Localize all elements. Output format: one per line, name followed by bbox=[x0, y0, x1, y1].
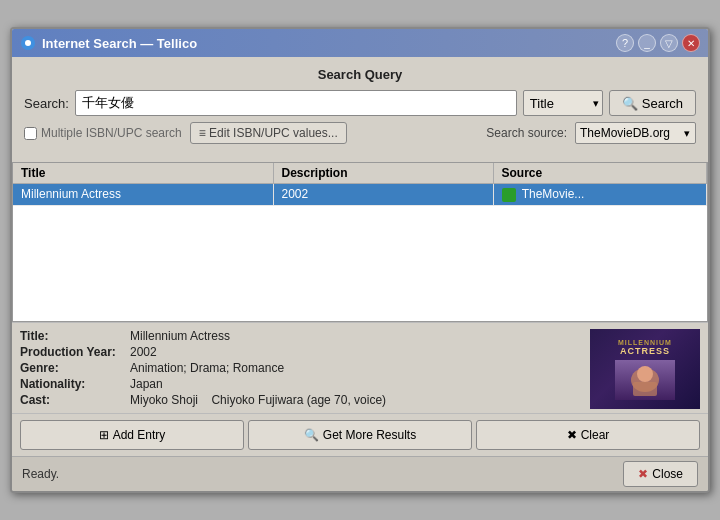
close-icon: ✖ bbox=[638, 467, 648, 481]
field-type-dropdown-wrap: Title Keyword Person ISBN bbox=[523, 90, 603, 116]
get-more-icon: 🔍 bbox=[304, 428, 319, 442]
details-nationality-row: Nationality: Japan bbox=[20, 377, 580, 391]
details-year-row: Production Year: 2002 bbox=[20, 345, 580, 359]
source-label: Search source: bbox=[486, 126, 567, 140]
content-area: Search Query Search: Title Keyword Perso… bbox=[12, 57, 708, 162]
search-row: Search: Title Keyword Person ISBN 🔍 Sear… bbox=[24, 90, 696, 116]
genre-key: Genre: bbox=[20, 361, 130, 375]
results-header: Title Description Source bbox=[13, 163, 707, 184]
svg-point-3 bbox=[637, 366, 653, 382]
col-header-source: Source bbox=[493, 163, 707, 184]
status-bar: Ready. ✖ Close bbox=[12, 456, 708, 491]
movie-poster: MILLENNIUM ACTRESS bbox=[590, 329, 700, 409]
svg-rect-4 bbox=[633, 382, 657, 396]
results-table: Title Description Source Millennium Actr… bbox=[13, 163, 707, 206]
close-window-button[interactable]: ✕ bbox=[682, 34, 700, 52]
title-bar: Internet Search — Tellico ? _ ▽ ✕ bbox=[12, 29, 708, 57]
genre-value: Animation; Drama; Romance bbox=[130, 361, 284, 375]
close-button[interactable]: ✖ Close bbox=[623, 461, 698, 487]
title-value: Millennium Actress bbox=[130, 329, 230, 343]
multiple-isbn-checkbox[interactable] bbox=[24, 127, 37, 140]
edit-isbn-icon: ≡ bbox=[199, 126, 206, 140]
source-dropdown-wrap: TheMovieDB.org IMDb Amazon bbox=[575, 122, 696, 144]
source-icon bbox=[502, 188, 516, 202]
panel-title: Search Query bbox=[24, 67, 696, 82]
clear-icon: ✖ bbox=[567, 428, 577, 442]
details-genre-row: Genre: Animation; Drama; Romance bbox=[20, 361, 580, 375]
cast-value: Miyoko Shoji Chiyoko Fujiwara (age 70, v… bbox=[130, 393, 386, 407]
search-icon: 🔍 bbox=[622, 96, 638, 111]
title-bar-controls: ? _ ▽ ✕ bbox=[616, 34, 700, 52]
cast-key: Cast: bbox=[20, 393, 130, 407]
multiple-isbn-label: Multiple ISBN/UPC search bbox=[41, 126, 182, 140]
result-source: TheMovie... bbox=[493, 184, 707, 206]
table-row[interactable]: Millennium Actress 2002 TheMovie... bbox=[13, 184, 707, 206]
search-label: Search: bbox=[24, 96, 69, 111]
svg-point-1 bbox=[25, 40, 31, 46]
maximize-button[interactable]: ▽ bbox=[660, 34, 678, 52]
details-area: Title: Millennium Actress Production Yea… bbox=[12, 322, 708, 413]
options-row: Multiple ISBN/UPC search ≡ Edit ISBN/UPC… bbox=[24, 122, 696, 144]
field-type-dropdown[interactable]: Title Keyword Person ISBN bbox=[523, 90, 603, 116]
add-entry-icon: ⊞ bbox=[99, 428, 109, 442]
details-text: Title: Millennium Actress Production Yea… bbox=[20, 329, 580, 409]
col-header-title: Title bbox=[13, 163, 273, 184]
col-header-description: Description bbox=[273, 163, 493, 184]
results-body: Millennium Actress 2002 TheMovie... bbox=[13, 184, 707, 206]
nationality-key: Nationality: bbox=[20, 377, 130, 391]
clear-button[interactable]: ✖ Clear bbox=[476, 420, 700, 450]
main-window: Internet Search — Tellico ? _ ▽ ✕ Search… bbox=[10, 27, 710, 493]
nationality-value: Japan bbox=[130, 377, 163, 391]
app-icon bbox=[20, 35, 36, 51]
year-key: Production Year: bbox=[20, 345, 130, 359]
edit-isbn-button[interactable]: ≡ Edit ISBN/UPC values... bbox=[190, 122, 347, 144]
help-button[interactable]: ? bbox=[616, 34, 634, 52]
add-entry-button[interactable]: ⊞ Add Entry bbox=[20, 420, 244, 450]
status-text: Ready. bbox=[22, 467, 59, 481]
get-more-button[interactable]: 🔍 Get More Results bbox=[248, 420, 472, 450]
window-title: Internet Search — Tellico bbox=[42, 36, 197, 51]
action-buttons: ⊞ Add Entry 🔍 Get More Results ✖ Clear bbox=[12, 413, 708, 456]
result-title: Millennium Actress bbox=[13, 184, 273, 206]
minimize-button[interactable]: _ bbox=[638, 34, 656, 52]
source-dropdown[interactable]: TheMovieDB.org IMDb Amazon bbox=[575, 122, 696, 144]
details-cast-row: Cast: Miyoko Shoji Chiyoko Fujiwara (age… bbox=[20, 393, 580, 407]
search-input[interactable] bbox=[75, 90, 517, 116]
multiple-isbn-checkbox-label[interactable]: Multiple ISBN/UPC search bbox=[24, 126, 182, 140]
details-title-row: Title: Millennium Actress bbox=[20, 329, 580, 343]
result-description: 2002 bbox=[273, 184, 493, 206]
year-value: 2002 bbox=[130, 345, 157, 359]
results-container[interactable]: Title Description Source Millennium Actr… bbox=[12, 162, 708, 322]
title-key: Title: bbox=[20, 329, 130, 343]
title-bar-left: Internet Search — Tellico bbox=[20, 35, 197, 51]
search-button[interactable]: 🔍 Search bbox=[609, 90, 696, 116]
